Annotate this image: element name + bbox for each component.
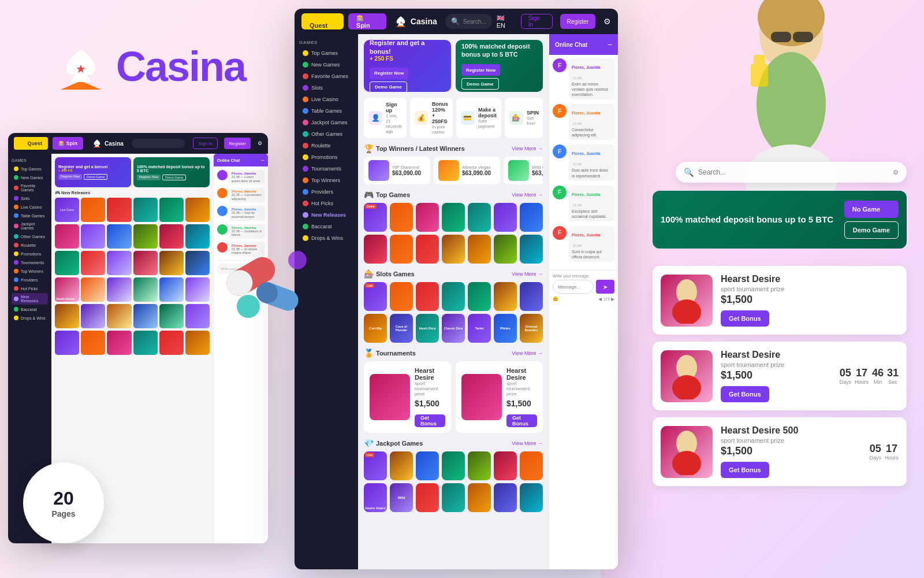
slot-7[interactable]: [520, 282, 543, 311]
game-oriental[interactable]: [468, 235, 491, 264]
sidebar-new-games[interactable]: New Games: [299, 60, 353, 70]
mini-send-btn[interactable]: Send: [230, 276, 251, 286]
right-filter-icon[interactable]: ⚙: [893, 169, 899, 176]
sidebar-jackpot-games[interactable]: Jackpot Games: [299, 117, 353, 128]
mini-register[interactable]: Register: [224, 138, 251, 149]
right-banner-btn-2[interactable]: Demo Game: [844, 221, 899, 239]
sidebar-hot-picks[interactable]: Hot Picks: [299, 198, 353, 209]
game-20-boost[interactable]: [390, 203, 413, 232]
mini-sidebar-hot-picks[interactable]: Hot Picks: [12, 284, 48, 292]
game-lion-gems[interactable]: Demo: [364, 203, 387, 232]
slot-14[interactable]: Oriental Beauties: [520, 314, 543, 343]
sidebar-baccarat[interactable]: Baccarat: [299, 221, 353, 232]
mini-sidebar-top-winners[interactable]: Top Winners: [12, 267, 48, 275]
slot-2[interactable]: [390, 282, 413, 311]
jackpot-5[interactable]: [468, 451, 491, 480]
register-now-btn-2[interactable]: Register Now: [461, 64, 500, 76]
mini-sidebar-new-games[interactable]: New Games: [12, 173, 48, 181]
jackpot-11[interactable]: [442, 483, 465, 512]
mini-sidebar-live[interactable]: Live Casino: [12, 203, 48, 211]
rt-get-bonus-1[interactable]: Get Bonus: [721, 310, 769, 327]
quest-btn[interactable]: ⚡ Quest: [301, 13, 344, 29]
jackpot-12[interactable]: [468, 483, 491, 512]
top-winners-view-more[interactable]: View More →: [512, 146, 543, 151]
right-banner-btn-1[interactable]: No Game: [844, 201, 899, 218]
chat-emoji-btn[interactable]: 😊: [553, 297, 558, 302]
slot-10[interactable]: Hash Dice: [416, 314, 439, 343]
demo-game-btn-1[interactable]: Demo Game: [370, 81, 407, 92]
get-bonus-btn-2[interactable]: Get Bonus: [506, 414, 537, 427]
jackpot-4[interactable]: [442, 451, 465, 480]
sidebar-live-casino[interactable]: Live Casino: [299, 94, 353, 105]
rt-get-bonus-2[interactable]: Get Bonus: [721, 386, 769, 402]
sidebar-new-releases[interactable]: New Releases: [299, 210, 353, 220]
slot-11[interactable]: Classic Dice: [442, 314, 465, 343]
game-books[interactable]: [442, 235, 465, 264]
jackpot-14[interactable]: [520, 483, 543, 512]
sidebar-table-games[interactable]: Table Games: [299, 106, 353, 116]
chat-send-btn[interactable]: ➤: [596, 280, 614, 294]
mini-sidebar-baccarat[interactable]: Baccarat: [12, 305, 48, 313]
slot-12[interactable]: Twist: [468, 314, 491, 343]
sidebar-top-games[interactable]: Top Games: [299, 48, 353, 58]
game-hilo[interactable]: [520, 235, 543, 264]
main-search-bar[interactable]: 🔍 Search...: [445, 14, 492, 29]
mini-sidebar-new-releases[interactable]: New Releases: [12, 293, 48, 305]
sidebar-other-games[interactable]: Other Games: [299, 129, 353, 139]
right-search-input[interactable]: [698, 168, 888, 176]
slot-6[interactable]: [494, 282, 517, 311]
game-meow[interactable]: [416, 203, 439, 232]
sidebar-drops-wins[interactable]: Drops & Wins: [299, 233, 353, 243]
game-chilli[interactable]: [442, 203, 465, 232]
sidebar-tournaments[interactable]: Tournaments: [299, 164, 353, 174]
slots-view-more[interactable]: View More →: [512, 271, 543, 277]
mini-sidebar-jackpot[interactable]: Jackpot Games: [12, 220, 48, 232]
mini-sign-in[interactable]: Sign In: [193, 138, 218, 149]
mini-sidebar-other[interactable]: Other Games: [12, 232, 48, 240]
sign-in-btn[interactable]: Sign In: [521, 14, 553, 29]
mini-sidebar-roulette[interactable]: Roulette: [12, 241, 48, 249]
register-btn[interactable]: Register: [560, 14, 595, 29]
slot-9[interactable]: Cave of Plunder: [390, 314, 413, 343]
jackpot-9[interactable]: Wild: [390, 483, 413, 512]
jackpot-3[interactable]: [416, 451, 439, 480]
mini-sidebar-slots[interactable]: Slots: [12, 194, 48, 202]
spin-btn[interactable]: 🎰 Spin: [348, 13, 386, 29]
game-island[interactable]: [468, 203, 491, 232]
get-bonus-btn-1[interactable]: Get Bonus: [415, 414, 445, 427]
mini-sidebar-drops[interactable]: Drops & Wins: [12, 314, 48, 322]
slot-8[interactable]: Coinflip: [364, 314, 387, 343]
mini-sidebar-top-games[interactable]: Top Games: [12, 165, 48, 173]
mini-sidebar-providers[interactable]: Providers: [12, 276, 48, 284]
mini-sidebar-favorite[interactable]: Favorite Games: [12, 182, 48, 194]
register-now-btn[interactable]: Register Now: [370, 68, 408, 79]
mini-sidebar-table[interactable]: Table Games: [12, 212, 48, 220]
slot-13[interactable]: Plinko: [494, 314, 517, 343]
jackpot-6[interactable]: [494, 451, 517, 480]
mini-quest-btn[interactable]: ⚡ Quest: [14, 137, 48, 150]
slot-3[interactable]: [416, 282, 439, 311]
game-candy-lane[interactable]: [494, 203, 517, 232]
jackpot-10[interactable]: [416, 483, 439, 512]
top-games-view-more[interactable]: View More →: [512, 192, 543, 198]
sidebar-roulette[interactable]: Roulette: [299, 140, 353, 151]
sidebar-promotions[interactable]: Promotions: [299, 152, 353, 162]
jackpot-8[interactable]: Hearts Desire: [364, 483, 387, 512]
slot-1[interactable]: Live: [364, 282, 387, 311]
sidebar-top-winners[interactable]: Top Winners: [299, 175, 353, 186]
game-spins[interactable]: [390, 235, 413, 264]
game-mine[interactable]: [494, 235, 517, 264]
rt-get-bonus-3[interactable]: Get Bonus: [721, 462, 769, 478]
mini-sidebar-tournaments[interactable]: Tournaments: [12, 258, 48, 266]
sidebar-favorite-games[interactable]: Favorite Games: [299, 71, 353, 81]
demo-game-btn-2[interactable]: Demo Game: [461, 78, 499, 90]
game-wild[interactable]: [364, 235, 387, 264]
sidebar-providers[interactable]: Providers: [299, 187, 353, 197]
chat-minimize-btn[interactable]: −: [608, 40, 612, 49]
game-arctic[interactable]: [520, 203, 543, 232]
game-red7[interactable]: [416, 235, 439, 264]
mini-spin-btn[interactable]: 🎰 Spin: [53, 137, 83, 150]
jackpot-2[interactable]: [390, 451, 413, 480]
jackpot-13[interactable]: [494, 483, 517, 512]
slot-5[interactable]: [468, 282, 491, 311]
